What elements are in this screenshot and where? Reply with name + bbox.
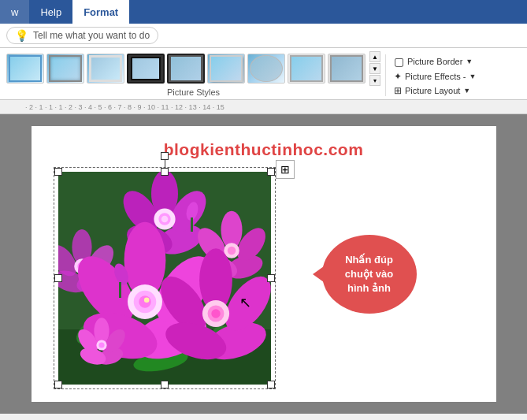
style-thumb-6[interactable]: [207, 54, 245, 84]
handle-rotate[interactable]: [161, 152, 169, 160]
tooltip-arrow: [313, 266, 324, 282]
picture-border-dropdown[interactable]: ▼: [466, 58, 473, 65]
picture-effects-icon: ✦: [394, 71, 402, 82]
handle-bottom-right[interactable]: [267, 381, 275, 388]
svg-point-35: [143, 298, 149, 303]
document-page: blogkienthuctinhoc.com: [32, 126, 496, 402]
tell-me-text: Tell me what you want to do: [33, 30, 150, 41]
handle-top-right[interactable]: [267, 168, 275, 176]
picture-border-icon: ▢: [394, 55, 404, 68]
handle-middle-right[interactable]: [267, 274, 275, 282]
scroll-up-arrow[interactable]: ▲: [369, 51, 380, 62]
handle-top-middle[interactable]: [161, 168, 169, 176]
tell-me-input[interactable]: 💡 Tell me what you want to do: [6, 27, 158, 44]
handle-bottom-middle[interactable]: [161, 381, 169, 388]
svg-rect-53: [119, 282, 121, 298]
picture-styles-section: ▲ ▼ ▾ Picture Styles ▢ Picture Border ▼ …: [0, 48, 527, 100]
handle-bottom-left[interactable]: [54, 381, 62, 388]
scroll-down-arrow[interactable]: ▼: [369, 63, 380, 74]
picture-border-button[interactable]: ▢ Picture Border ▼: [391, 54, 479, 69]
svg-point-26: [227, 247, 236, 255]
ribbon-tabs-bar: w Help Format: [0, 0, 527, 24]
picture-effects-button[interactable]: ✦ Picture Effects - ▼: [391, 70, 479, 83]
tooltip-bubble: Nhấn đúp chuột vào hình ảnh: [322, 235, 417, 314]
scroll-expand-arrow[interactable]: ▾: [369, 75, 380, 86]
picture-style-thumbnails: ▲ ▼ ▾: [6, 51, 380, 86]
selected-image-container: ⊞ ↖ Nhấn đúp chuột vào hình ảnh: [58, 172, 271, 385]
style-thumb-5[interactable]: [167, 54, 205, 84]
style-thumb-2[interactable]: [46, 54, 84, 84]
svg-rect-54: [191, 217, 193, 232]
blog-title: blogkienthuctinhoc.com: [50, 140, 477, 159]
svg-point-43: [211, 309, 220, 318]
lightbulb-icon: 💡: [15, 29, 28, 42]
tooltip-text: Nhấn đúp chuột vào hình ảnh: [345, 253, 393, 296]
style-thumb-4[interactable]: [127, 54, 165, 84]
svg-point-19: [161, 216, 168, 223]
handle-top-left[interactable]: [54, 168, 62, 176]
picture-layout-button[interactable]: ⊞ Picture Layout ▼: [391, 84, 479, 97]
picture-border-label: Picture Border: [407, 57, 462, 66]
picture-layout-icon: ⊞: [394, 85, 402, 96]
tab-w[interactable]: w: [0, 0, 29, 24]
layout-options-icon[interactable]: ⊞: [276, 160, 295, 179]
picture-layout-dropdown[interactable]: ▼: [463, 87, 470, 95]
handle-middle-left[interactable]: [54, 274, 62, 282]
picture-effects-dropdown[interactable]: ▼: [469, 72, 476, 80]
flower-image[interactable]: [58, 172, 271, 385]
document-area: blogkienthuctinhoc.com: [0, 114, 527, 414]
picture-effects-label: Picture Effects -: [405, 72, 466, 81]
style-thumb-3[interactable]: [87, 54, 124, 84]
style-thumb-8[interactable]: [288, 54, 325, 84]
style-thumb-9[interactable]: [328, 54, 366, 84]
picture-styles-label: Picture Styles: [6, 86, 380, 99]
picture-layout-label: Picture Layout: [405, 86, 460, 95]
style-thumb-1[interactable]: [6, 54, 44, 84]
tab-format[interactable]: Format: [72, 0, 129, 24]
ribbon-bar: 💡 Tell me what you want to do: [0, 24, 527, 48]
right-ribbon-buttons: ▢ Picture Border ▼ ✦ Picture Effects - ▼…: [391, 51, 479, 99]
tab-help[interactable]: Help: [29, 0, 72, 24]
style-thumb-7[interactable]: [247, 54, 285, 84]
horizontal-ruler: · 2 · 1 · 1 · 1 · 2 · 3 · 4 · 5 · 6 · 7 …: [0, 100, 527, 114]
style-scroll-arrows: ▲ ▼ ▾: [369, 51, 380, 86]
ruler-markers: · 2 · 1 · 1 · 1 · 2 · 3 · 4 · 5 · 6 · 7 …: [0, 103, 225, 111]
svg-point-50: [98, 342, 104, 348]
